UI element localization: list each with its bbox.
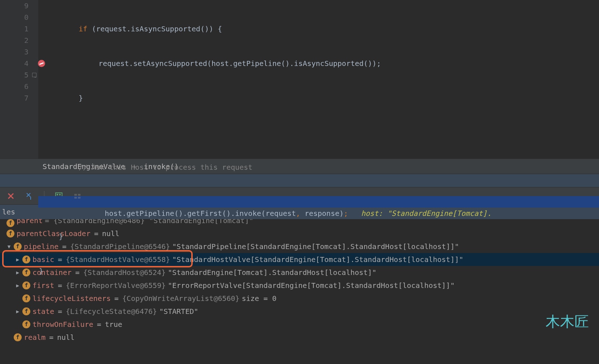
- collapse-icon[interactable]: ▼: [6, 240, 12, 253]
- field-icon: f: [22, 320, 30, 328]
- watermark: 木木匠: [546, 312, 589, 332]
- svg-rect-6: [74, 197, 77, 199]
- code-editor[interactable]: 9 0 1 2 3 4 5 6 7 if (request.isAsyncSup…: [0, 0, 599, 159]
- field-icon: f: [22, 294, 30, 302]
- fold-icon[interactable]: [32, 73, 36, 77]
- variable-row[interactable]: ▶ f state = {LifecycleState@6476} "START…: [0, 305, 599, 318]
- expand-icon[interactable]: ▶: [15, 279, 20, 292]
- field-icon: f: [22, 256, 30, 263]
- comment: // Ask this Host to process this request: [79, 163, 253, 172]
- field-icon: f: [22, 281, 30, 289]
- layout-button[interactable]: [73, 192, 82, 200]
- svg-rect-4: [74, 194, 77, 196]
- line-number: 7: [0, 92, 29, 104]
- line-number: 5: [0, 69, 29, 81]
- line-number: 2: [0, 35, 29, 46]
- svg-rect-0: [30, 197, 31, 200]
- svg-rect-7: [78, 197, 80, 199]
- line-number[interactable]: 4: [0, 58, 29, 69]
- line-number: 1: [0, 23, 29, 35]
- field-icon: f: [6, 219, 14, 227]
- set-value-button[interactable]: [25, 192, 34, 200]
- line-number: 6: [0, 81, 29, 92]
- code-text[interactable]: if (request.isAsyncSupported()) { reques…: [38, 0, 599, 159]
- line-number: 0: [0, 12, 29, 23]
- expand-icon[interactable]: ▶: [15, 266, 20, 279]
- field-icon: f: [14, 333, 22, 341]
- variable-row[interactable]: f throwOnFailure = true: [0, 318, 599, 331]
- keyword-if: if: [79, 25, 87, 33]
- field-icon: f: [6, 230, 14, 238]
- inline-debug-hint: host: "StandardEngine[Tomcat].: [361, 209, 491, 218]
- field-icon: f: [22, 268, 30, 276]
- line-number: 3: [0, 46, 29, 58]
- expand-icon[interactable]: ▶: [15, 253, 20, 266]
- svg-rect-5: [78, 194, 80, 196]
- remove-watch-button[interactable]: [6, 192, 15, 200]
- field-icon: f: [14, 243, 22, 250]
- line-gutter: 9 0 1 2 3 4 5 6 7: [0, 0, 38, 159]
- expand-icon[interactable]: ▶: [15, 305, 20, 318]
- line-number: 9: [0, 0, 29, 12]
- variable-row[interactable]: f realm = null: [0, 331, 599, 344]
- field-icon: f: [22, 307, 30, 315]
- current-execution-line: host.getPipeline().getFirst().invoke(req…: [38, 196, 599, 208]
